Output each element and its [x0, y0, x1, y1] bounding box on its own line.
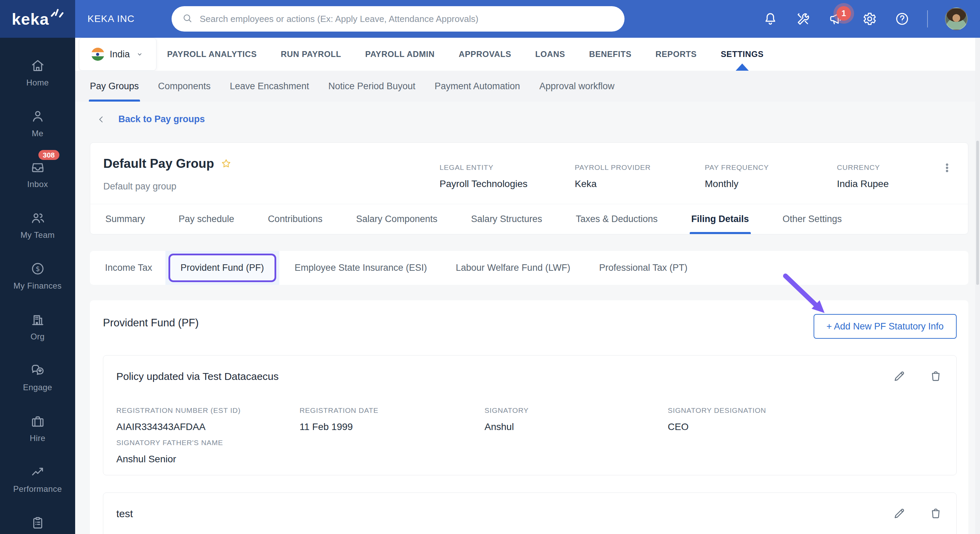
subnav-approval-workflow[interactable]: Approval workflow [539, 71, 614, 102]
tab-contributions[interactable]: Contributions [268, 204, 323, 234]
scrollbar-thumb[interactable] [976, 141, 979, 285]
sidebar-item-label: Org [30, 332, 45, 341]
secondary-nav: Pay GroupsComponentsLeave EncashmentNoti… [75, 71, 980, 102]
sidebar-item-inbox[interactable]: 308Inbox [0, 149, 75, 200]
home-icon [30, 58, 45, 73]
keka-logo[interactable]: keka [0, 0, 75, 38]
kebab-menu-icon[interactable] [941, 162, 953, 174]
whats-new-button[interactable]: 1 [828, 11, 844, 27]
nav-payroll-analytics[interactable]: PAYROLL ANALYTICS [167, 38, 257, 71]
bell-icon [762, 22, 778, 28]
policy-field-signatory-father-s-name: SIGNATORY FATHER'S NAMEAnshul Senior [116, 438, 223, 465]
field-label: REGISTRATION NUMBER (EST ID) [116, 406, 240, 414]
subnav-payment-automation[interactable]: Payment Automation [434, 71, 520, 102]
inbox-icon: 308 [30, 159, 45, 175]
help-button[interactable] [894, 11, 910, 27]
pay-group-tabs: SummaryPay scheduleContributionsSalary C… [90, 204, 968, 234]
tab-salary-components[interactable]: Salary Components [356, 204, 438, 234]
nav-benefits[interactable]: BENEFITS [589, 38, 632, 71]
sidebar-item-label: Performance [13, 484, 62, 494]
sidebar-item-org[interactable]: Org [0, 301, 75, 352]
field-label: LEGAL ENTITY [439, 163, 527, 172]
edit-policy-button[interactable] [892, 507, 906, 520]
favorite-star-icon[interactable] [220, 158, 232, 169]
help-icon [894, 22, 910, 28]
back-link-label: Back to Pay groups [118, 114, 205, 124]
tab-provident-fund-pf[interactable]: Provident Fund (PF) [165, 251, 279, 285]
global-settings-button[interactable] [861, 11, 877, 27]
subnav-components[interactable]: Components [158, 71, 211, 102]
topbar-divider [927, 10, 928, 27]
sidebar-item-my-finances[interactable]: $My Finances [0, 250, 75, 301]
back-link[interactable]: Back to Pay groups [96, 114, 205, 124]
sidebar-item-hire[interactable]: Hire [0, 403, 75, 454]
org-icon [30, 312, 45, 327]
search-bar[interactable] [172, 6, 625, 32]
kebab-icon [941, 169, 953, 175]
pay-group-title-row: Default Pay Group [103, 156, 232, 171]
trash-icon [929, 378, 943, 384]
sidebar-item-project[interactable]: Project [0, 504, 75, 534]
delete-policy-button[interactable] [929, 507, 943, 520]
policy-field-registration-date: REGISTRATION DATE11 Feb 1999 [299, 406, 379, 432]
performance-icon [30, 464, 45, 480]
sidebar-item-label: Engage [23, 383, 52, 392]
sidebar-item-label: Home [26, 78, 49, 88]
notifications-button[interactable] [762, 11, 778, 27]
tab-summary[interactable]: Summary [105, 204, 145, 234]
chevron-left-icon [96, 115, 106, 124]
subnav-pay-groups[interactable]: Pay Groups [90, 71, 139, 102]
user-icon [30, 109, 45, 124]
sidebar-item-engage[interactable]: Engage [0, 352, 75, 403]
subnav-notice-period-buyout[interactable]: Notice Period Buyout [328, 71, 415, 102]
tab-income-tax[interactable]: Income Tax [105, 263, 152, 273]
admin-tools-button[interactable] [795, 11, 811, 27]
nav-reports[interactable]: REPORTS [655, 38, 697, 71]
country-selector[interactable]: India [79, 38, 156, 71]
nav-loans[interactable]: LOANS [535, 38, 565, 71]
logo-text: keka [12, 10, 49, 29]
nav-run-payroll[interactable]: RUN PAYROLL [281, 38, 341, 71]
finances-icon: $ [30, 261, 45, 276]
add-pf-statutory-info-button[interactable]: + Add New PF Statutory Info [814, 314, 957, 339]
edit-policy-button[interactable] [892, 369, 906, 383]
search-icon [182, 13, 193, 25]
tab-employee-state-insurance-esi[interactable]: Employee State Insurance (ESI) [295, 263, 427, 273]
tab-filing-details[interactable]: Filing Details [691, 204, 749, 234]
nav-approvals[interactable]: APPROVALS [459, 38, 511, 71]
megaphone-icon [828, 22, 844, 28]
filing-details-tabs: Income TaxProvident Fund (PF)Employee St… [90, 251, 968, 285]
pencil-icon [892, 378, 906, 384]
tab-professional-tax-pt[interactable]: Professional Tax (PT) [599, 263, 688, 273]
sidebar-item-label: Inbox [27, 180, 48, 189]
user-avatar[interactable] [945, 8, 968, 30]
tab-taxes-deductions[interactable]: Taxes & Deductions [576, 204, 658, 234]
team-icon [30, 210, 45, 225]
search-input[interactable] [199, 13, 614, 25]
sidebar-item-performance[interactable]: Performance [0, 454, 75, 504]
pay-group-field-legal-entity: LEGAL ENTITYPayroll Technologies [439, 163, 527, 190]
tab-other-settings[interactable]: Other Settings [783, 204, 842, 234]
pay-group-field-currency: CURRENCYIndia Rupee [837, 163, 889, 190]
subnav-leave-encashment[interactable]: Leave Encashment [230, 71, 309, 102]
sidebar-item-home[interactable]: Home [0, 47, 75, 98]
topbar-action-icons: 1 [762, 11, 910, 27]
sidebar-item-me[interactable]: Me [0, 98, 75, 149]
sidebar-item-label: My Finances [13, 281, 61, 291]
policy-actions [892, 369, 943, 383]
engage-icon [30, 363, 45, 378]
tab-labour-welfare-fund-lwf[interactable]: Labour Welfare Fund (LWF) [456, 263, 570, 273]
field-value: 11 Feb 1999 [299, 421, 379, 432]
delete-policy-button[interactable] [929, 369, 943, 383]
field-label: PAYROLL PROVIDER [575, 163, 651, 172]
scrollbar[interactable] [975, 38, 980, 534]
field-value: AIAIR334343AFDAA [116, 421, 240, 432]
tab-pay-schedule[interactable]: Pay schedule [179, 204, 234, 234]
tab-salary-structures[interactable]: Salary Structures [471, 204, 542, 234]
sidebar-item-my-team[interactable]: My Team [0, 200, 75, 250]
nav-payroll-admin[interactable]: PAYROLL ADMIN [365, 38, 434, 71]
pay-group-field-payroll-provider: PAYROLL PROVIDERKeka [575, 163, 651, 190]
nav-settings[interactable]: SETTINGS [721, 38, 764, 71]
chevron-left-icon [96, 120, 106, 125]
company-name: KEKA INC [88, 0, 135, 38]
